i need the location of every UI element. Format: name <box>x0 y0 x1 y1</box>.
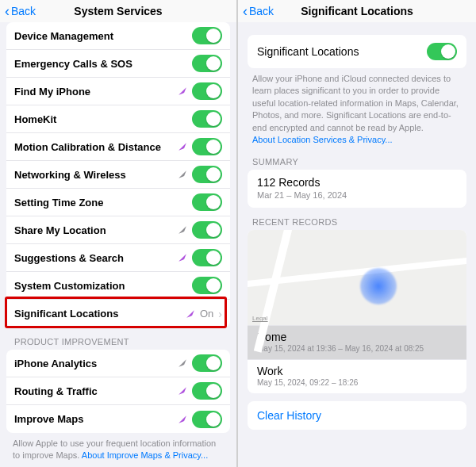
toggle-suggestions-search[interactable] <box>192 249 222 266</box>
location-arrow-icon <box>186 309 195 319</box>
location-arrow-icon <box>178 386 187 396</box>
location-arrow-icon <box>178 225 187 235</box>
row-label: Significant Locations <box>14 308 186 320</box>
row-label: Networking & Wireless <box>14 169 178 181</box>
row-label: Routing & Traffic <box>14 385 178 397</box>
navbar-right: ‹ Back Significant Locations <box>238 0 476 22</box>
footer-link[interactable]: About Improve Maps & Privacy... <box>82 450 208 460</box>
row-label: System Customization <box>14 280 192 292</box>
location-dot-icon <box>360 268 397 304</box>
toggle-system-customization[interactable] <box>192 277 222 294</box>
row-label: Emergency Calls & SOS <box>14 58 192 70</box>
location-arrow-icon <box>178 142 187 151</box>
map-legal[interactable]: Legal <box>252 315 268 322</box>
row-significant-locations[interactable]: Significant LocationsOn› <box>6 300 230 327</box>
row-find-my-iphone: Find My iPhone <box>6 78 230 105</box>
section-header-product-improvement: PRODUCT IMPROVEMENT <box>0 327 236 350</box>
back-button[interactable]: ‹ Back <box>238 4 274 18</box>
recent-records-block: Legal HomeMay 15, 2024 at 19:36 – May 16… <box>248 230 466 393</box>
sig-loc-description: Allow your iPhone and iCloud connected d… <box>238 68 476 147</box>
back-label: Back <box>249 5 274 17</box>
section-header-recent: RECENT RECORDS <box>238 208 476 230</box>
toggle-iphone-analytics[interactable] <box>192 354 222 372</box>
record-home[interactable]: HomeMay 15, 2024 at 19:36 – May 16, 2024… <box>248 325 466 359</box>
back-label: Back <box>11 5 36 17</box>
row-emergency-sos: Emergency Calls & SOS <box>6 50 230 78</box>
row-label: Suggestions & Search <box>14 252 178 264</box>
services-list: Device ManagementEmergency Calls & SOSFi… <box>6 22 230 327</box>
toggle-motion-calibration[interactable] <box>192 138 222 155</box>
sig-loc-label: Significant Locations <box>257 45 427 58</box>
row-iphone-analytics: iPhone Analytics <box>6 350 230 377</box>
row-routing-traffic: Routing & Traffic <box>6 377 230 405</box>
system-services-pane: ‹ Back System Services Device Management… <box>0 0 238 467</box>
toggle-routing-traffic[interactable] <box>192 382 222 400</box>
location-arrow-icon <box>178 86 187 96</box>
record-title: Work <box>257 365 457 377</box>
row-networking-wireless: Networking & Wireless <box>6 161 230 189</box>
record-sub: May 15, 2024, 09:22 – 18:26 <box>257 378 457 387</box>
row-suggestions-search: Suggestions & Search <box>6 244 230 272</box>
significant-locations-pane: ‹ Back Significant Locations Significant… <box>238 0 476 467</box>
row-label: HomeKit <box>14 113 192 125</box>
toggle-improve-maps[interactable] <box>192 411 222 428</box>
footer-note: Allow Apple to use your frequent locatio… <box>0 433 236 461</box>
row-label: iPhone Analytics <box>14 358 178 369</box>
toggle-networking-wireless[interactable] <box>192 166 222 183</box>
toggle-share-my-location[interactable] <box>192 221 222 239</box>
row-label: Find My iPhone <box>14 86 178 98</box>
row-setting-time-zone: Setting Time Zone <box>6 189 230 216</box>
row-label: Share My Location <box>14 224 178 236</box>
row-value: On <box>200 308 213 320</box>
toggle-setting-time-zone[interactable] <box>192 193 222 211</box>
row-homekit: HomeKit <box>6 105 230 133</box>
product-improvement-list: iPhone AnalyticsRouting & TrafficImprove… <box>6 350 230 433</box>
map-preview[interactable]: Legal <box>248 230 466 325</box>
summary-title: 112 Records <box>257 176 457 189</box>
row-motion-calibration: Motion Calibration & Distance <box>6 133 230 161</box>
location-arrow-icon <box>178 253 187 262</box>
toggle-homekit[interactable] <box>192 110 222 128</box>
location-arrow-icon <box>178 415 187 424</box>
summary-block[interactable]: 112 Records Mar 21 – May 16, 2024 <box>248 170 466 208</box>
sig-loc-toggle[interactable] <box>427 43 457 60</box>
navbar-left: ‹ Back System Services <box>0 0 236 22</box>
row-system-customization: System Customization <box>6 272 230 300</box>
clear-history-button[interactable]: Clear History <box>248 401 466 430</box>
row-label: Device Management <box>14 30 192 42</box>
sig-loc-toggle-row: Significant Locations <box>248 35 466 68</box>
record-title: Home <box>257 331 457 343</box>
clear-history-block: Clear History <box>248 401 466 430</box>
chevron-left-icon: ‹ <box>5 4 10 18</box>
row-device-management: Device Management <box>6 22 230 50</box>
sig-loc-toggle-block: Significant Locations <box>248 35 466 68</box>
record-sub: May 15, 2024 at 19:36 – May 16, 2024 at … <box>257 344 457 353</box>
row-label: Motion Calibration & Distance <box>14 141 178 153</box>
row-share-my-location: Share My Location <box>6 216 230 244</box>
section-header-summary: SUMMARY <box>238 147 476 170</box>
toggle-emergency-sos[interactable] <box>192 55 222 72</box>
chevron-right-icon: › <box>218 308 222 320</box>
desc-link[interactable]: About Location Services & Privacy... <box>252 135 393 144</box>
toggle-device-management[interactable] <box>192 27 222 44</box>
row-label: Improve Maps <box>14 413 178 425</box>
row-label: Setting Time Zone <box>14 197 192 209</box>
desc-text: Allow your iPhone and iCloud connected d… <box>252 74 459 132</box>
row-improve-maps: Improve Maps <box>6 405 230 433</box>
back-button[interactable]: ‹ Back <box>0 4 36 18</box>
record-work[interactable]: WorkMay 15, 2024, 09:22 – 18:26 <box>248 359 466 393</box>
location-arrow-icon <box>178 358 187 368</box>
chevron-left-icon: ‹ <box>243 4 248 18</box>
location-arrow-icon <box>178 170 187 179</box>
summary-sub: Mar 21 – May 16, 2024 <box>257 190 457 200</box>
toggle-find-my-iphone[interactable] <box>192 82 222 100</box>
